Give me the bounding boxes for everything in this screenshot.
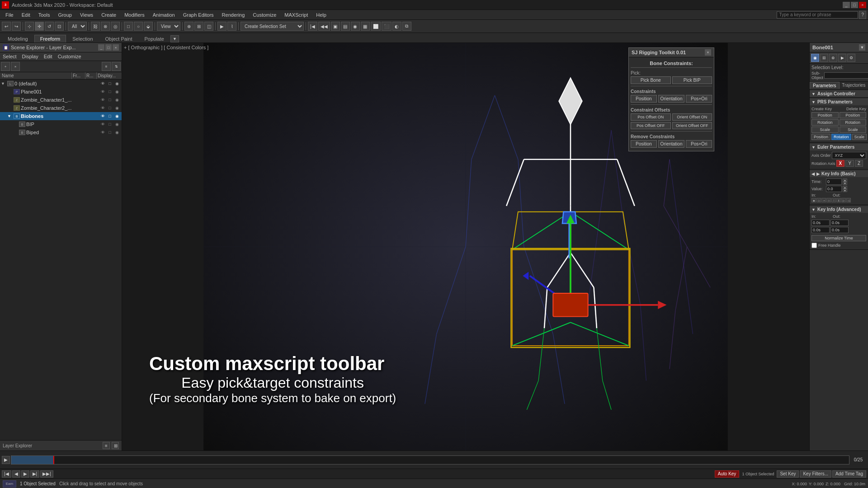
rp-tangent-6[interactable]: ⊻ <box>836 198 841 202</box>
curve-editor-button[interactable]: ⌇ <box>227 22 236 31</box>
rt-pick-bone-btn[interactable]: Pick Bone <box>631 76 671 84</box>
rt-position-btn[interactable]: Position <box>631 95 657 103</box>
menu-rendering[interactable]: Rendering <box>218 11 249 19</box>
set-key-btn[interactable]: Set Key <box>777 470 799 478</box>
se-menu-display[interactable]: Display <box>20 53 40 60</box>
minimize-button[interactable]: _ <box>843 2 850 8</box>
rp-tangent-2[interactable]: ◇ <box>816 198 821 202</box>
bind-button[interactable]: ◎ <box>111 22 120 31</box>
create-sel-dropdown[interactable]: Create Selection Set <box>241 22 304 31</box>
rp-icon-hierarchy[interactable]: ⊕ <box>829 54 837 62</box>
rp-value-down[interactable]: ▼ <box>843 189 847 192</box>
transport-prev-btn[interactable]: |◀ <box>2 470 11 478</box>
menu-tools[interactable]: Tools <box>35 11 54 19</box>
menu-modifiers[interactable]: Modifiers <box>121 11 148 19</box>
se-footer-btn-1[interactable]: ≡ <box>103 442 110 449</box>
key-filters-btn[interactable]: Key Filters... <box>800 470 831 478</box>
rp-in-val1-input[interactable] <box>811 220 830 226</box>
rp-time-down[interactable]: ▼ <box>843 182 847 185</box>
rp-pos-mode-btn[interactable]: Position <box>811 134 830 140</box>
transport-prev-key-btn[interactable]: ◀ <box>12 470 20 478</box>
rp-rotation-key-btn2[interactable]: Rotation <box>840 119 867 126</box>
se-minimize-btn[interactable]: _ <box>98 44 104 51</box>
rp-value-up[interactable]: ▲ <box>843 186 847 189</box>
se-sort-btn[interactable]: ⇅ <box>112 62 121 71</box>
help-search-button[interactable]: ? <box>859 11 866 19</box>
sphere-btn[interactable]: ○ <box>134 22 143 31</box>
tab-more-button[interactable]: ▼ <box>170 35 179 42</box>
se-menu-select[interactable]: Select <box>1 53 19 60</box>
rp-time-up[interactable]: ▲ <box>843 178 847 182</box>
rp-icon-utility[interactable]: ⚙ <box>847 54 855 62</box>
expand-icon[interactable]: ▼ <box>7 114 13 118</box>
menu-file[interactable]: File <box>2 11 17 19</box>
rp-section-expand-icon[interactable]: ▼ <box>811 92 816 96</box>
tab-freeform[interactable]: Freeform <box>34 35 66 42</box>
list-item[interactable]: Z Zombie_Character1_... 👁 □ ◉ <box>0 96 122 104</box>
tab-selection[interactable]: Selection <box>66 35 99 42</box>
se-layers-btn[interactable]: ≡ <box>102 62 111 71</box>
rp-scale-key-btn[interactable]: Scale <box>811 127 839 133</box>
rp-sub-object-input[interactable] <box>824 72 868 79</box>
unlink-button[interactable]: ⊗ <box>101 22 110 31</box>
view-dropdown[interactable]: View <box>157 22 180 31</box>
menu-animation[interactable]: Animation <box>149 11 179 19</box>
menu-views[interactable]: Views <box>76 11 97 19</box>
menu-customize[interactable]: Customize <box>249 11 280 19</box>
filter-dropdown[interactable]: All <box>68 22 87 31</box>
rp-tangent-7[interactable]: ▷ <box>841 198 846 202</box>
rp-position-key-btn[interactable]: Position <box>811 112 839 118</box>
key-render-button[interactable]: ▣ <box>331 22 340 31</box>
rt-close-btn[interactable]: × <box>705 49 711 56</box>
list-item[interactable]: P Plane001 👁 □ ◉ <box>0 88 122 96</box>
key-mode-button[interactable]: |◀ <box>308 22 317 31</box>
rp-axis-y-btn[interactable]: Y <box>845 160 854 167</box>
menu-create[interactable]: Create <box>98 11 120 19</box>
help-search-input[interactable] <box>777 11 858 19</box>
rt-orient-offset-off-btn[interactable]: Orient Offset OFF <box>672 122 712 129</box>
rotate-button[interactable]: ↺ <box>45 22 54 31</box>
se-maximize-btn[interactable]: □ <box>105 44 112 51</box>
key-prev-button[interactable]: ◀◀ <box>318 22 330 31</box>
rp-value-input[interactable] <box>826 186 842 192</box>
rt-orient-offset-on-btn[interactable]: Orient Offset ON <box>672 113 712 121</box>
rp-rot-active-btn[interactable]: Rotation <box>831 134 851 140</box>
rt-rm-orientation-btn[interactable]: Orientation <box>658 140 685 148</box>
tl-track[interactable] <box>11 455 849 465</box>
rp-icon-display[interactable]: ◉ <box>811 54 819 62</box>
rp-key-basic-nav-prev[interactable]: ◀ <box>811 172 815 176</box>
align-button[interactable]: ⊕ <box>184 22 193 31</box>
rp-scl-mode-btn[interactable]: Scale <box>852 134 867 140</box>
rp-tangent-4[interactable]: ⊹ <box>826 198 831 202</box>
key-render3-button[interactable]: ◉ <box>351 22 360 31</box>
undo-button[interactable]: ↩ <box>2 22 11 31</box>
snap-button[interactable]: ⊞ <box>194 22 203 31</box>
rp-out-val1-input[interactable] <box>830 220 849 226</box>
rt-rm-position-btn[interactable]: Position <box>631 140 657 148</box>
cylinder-btn[interactable]: ⬙ <box>144 22 153 31</box>
list-item[interactable]: ▼ B Biobones 👁 □ ◉ <box>0 112 122 120</box>
tab-object-paint[interactable]: Object Paint <box>99 35 138 42</box>
tab-populate[interactable]: Populate <box>138 35 170 42</box>
key-render8-button[interactable]: ⧉ <box>402 22 411 31</box>
tl-play-btn[interactable]: ▶ <box>2 456 10 464</box>
rp-euler-expand-icon[interactable]: ▼ <box>811 145 816 150</box>
menu-group[interactable]: Group <box>54 11 75 19</box>
rp-position-key-btn2[interactable]: Position <box>840 112 867 118</box>
rp-tangent-1[interactable]: ◆ <box>811 198 816 202</box>
list-item[interactable]: ▼ L 0 (default) 👁 □ ◉ <box>0 80 122 88</box>
close-button[interactable]: × <box>859 2 866 8</box>
transport-play-btn[interactable]: ▶ <box>21 470 29 478</box>
select-button[interactable]: ⊹ <box>25 22 34 31</box>
auto-key-btn[interactable]: Auto Key <box>715 470 740 478</box>
rp-free-handle-checkbox[interactable] <box>811 243 817 248</box>
rt-pos-offset-off-btn[interactable]: Pos Offset OFF <box>631 122 671 129</box>
menu-help[interactable]: Help <box>312 11 330 19</box>
key-render4-button[interactable]: ▦ <box>361 22 370 31</box>
se-menu-edit[interactable]: Edit <box>42 53 54 60</box>
rt-titlebar[interactable]: SJ Rigging Toolkit 0.01 × <box>629 48 714 57</box>
rp-icon-modify[interactable]: ⊞ <box>820 54 828 62</box>
add-time-tag-btn[interactable]: Add Time Tag <box>832 470 866 478</box>
rt-rm-posori-btn[interactable]: Pos+Ori <box>686 140 712 148</box>
box-btn[interactable]: □ <box>124 22 133 31</box>
